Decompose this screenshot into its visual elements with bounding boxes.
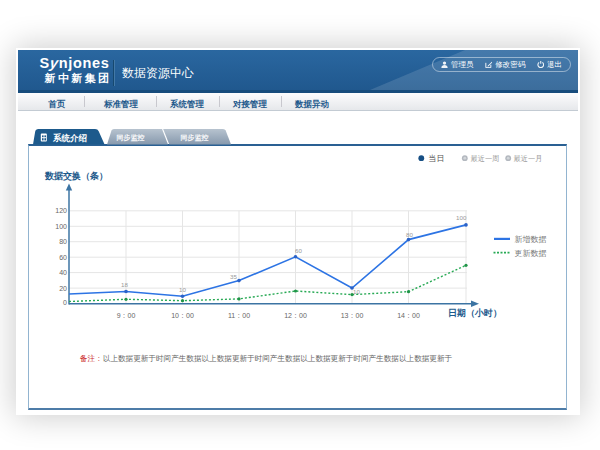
svg-text:12：00: 12：00 (284, 312, 307, 319)
svg-text:80: 80 (406, 231, 413, 238)
svg-text:新增数据: 新增数据 (515, 235, 547, 244)
svg-text:9：00: 9：00 (117, 312, 136, 319)
svg-text:40: 40 (59, 269, 67, 276)
svg-text:10: 10 (353, 288, 360, 295)
svg-text:120: 120 (55, 207, 67, 214)
svg-text:20: 20 (59, 285, 67, 292)
svg-text:13：00: 13：00 (341, 312, 364, 319)
svg-text:更新数据: 更新数据 (515, 249, 547, 258)
svg-text:60: 60 (59, 254, 67, 261)
svg-text:18: 18 (121, 281, 128, 288)
svg-text:14：00: 14：00 (397, 312, 420, 319)
svg-text:0: 0 (63, 299, 67, 306)
svg-text:10: 10 (179, 286, 186, 293)
svg-text:最近一周: 最近一周 (471, 154, 500, 163)
svg-text:35: 35 (230, 273, 237, 280)
svg-text:11：00: 11：00 (228, 312, 250, 319)
svg-text:当日: 当日 (429, 154, 445, 163)
svg-text:100: 100 (55, 223, 67, 230)
svg-text:100: 100 (456, 214, 467, 221)
svg-text:60: 60 (295, 247, 302, 254)
svg-text:80: 80 (59, 238, 67, 245)
svg-text:日期（小时）: 日期（小时） (448, 308, 502, 318)
svg-text:数据交换（条）: 数据交换（条） (44, 171, 108, 181)
svg-text:最近一月: 最近一月 (514, 154, 543, 163)
svg-text:10：00: 10：00 (171, 312, 194, 319)
